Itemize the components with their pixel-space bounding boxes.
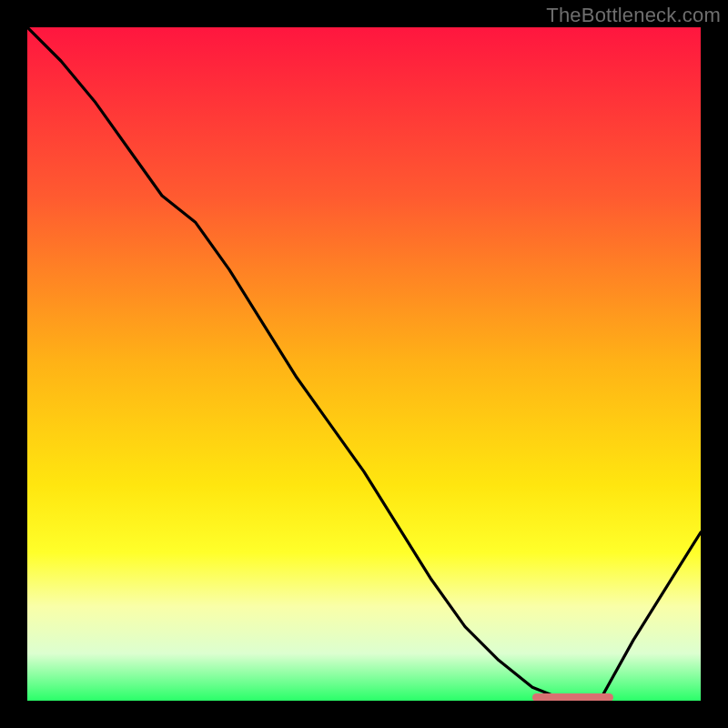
chart-frame: TheBottleneck.com <box>0 0 728 728</box>
optimal-range-marker <box>532 693 613 701</box>
bottleneck-curve <box>27 27 701 701</box>
watermark-text: TheBottleneck.com <box>546 4 721 27</box>
plot-area <box>27 27 701 701</box>
